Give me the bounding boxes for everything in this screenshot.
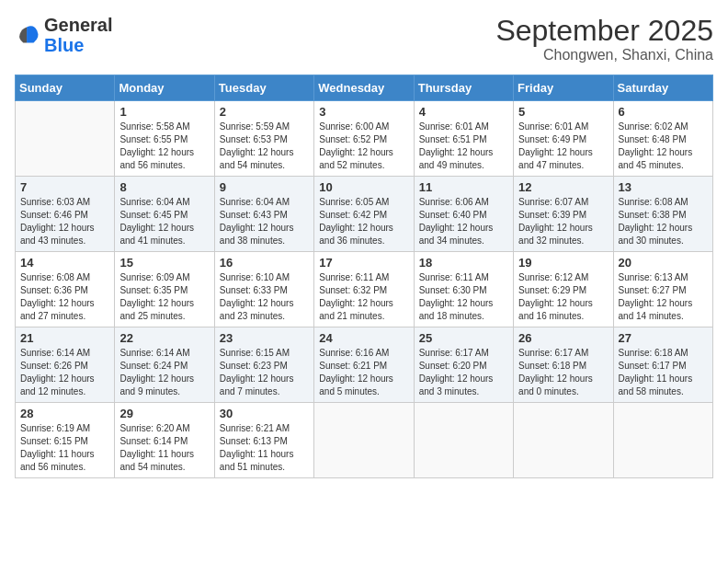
day-number: 24 — [319, 331, 408, 345]
calendar-cell: 12Sunrise: 6:07 AM Sunset: 6:39 PM Dayli… — [514, 177, 613, 252]
day-number: 23 — [220, 331, 309, 345]
calendar-cell: 22Sunrise: 6:14 AM Sunset: 6:24 PM Dayli… — [115, 327, 214, 403]
calendar-cell: 11Sunrise: 6:06 AM Sunset: 6:40 PM Dayli… — [414, 177, 513, 252]
day-number: 7 — [20, 180, 109, 194]
calendar-cell: 15Sunrise: 6:09 AM Sunset: 6:35 PM Dayli… — [115, 252, 214, 327]
day-info: Sunrise: 6:14 AM Sunset: 6:26 PM Dayligh… — [20, 347, 109, 398]
calendar-cell: 23Sunrise: 6:15 AM Sunset: 6:23 PM Dayli… — [214, 327, 313, 403]
day-info: Sunrise: 6:09 AM Sunset: 6:35 PM Dayligh… — [119, 271, 209, 323]
day-info: Sunrise: 6:19 AM Sunset: 6:15 PM Dayligh… — [20, 422, 109, 474]
day-number: 8 — [119, 180, 209, 194]
calendar-cell — [16, 101, 115, 177]
day-info: Sunrise: 6:13 AM Sunset: 6:27 PM Dayligh… — [619, 271, 708, 323]
calendar-cell: 24Sunrise: 6:16 AM Sunset: 6:21 PM Dayli… — [314, 327, 414, 403]
calendar-cell: 30Sunrise: 6:21 AM Sunset: 6:13 PM Dayli… — [214, 403, 313, 478]
calendar-cell: 17Sunrise: 6:11 AM Sunset: 6:32 PM Dayli… — [314, 252, 414, 327]
day-info: Sunrise: 6:04 AM Sunset: 6:45 PM Dayligh… — [119, 196, 209, 247]
location-subtitle: Chongwen, Shanxi, China — [495, 47, 713, 63]
logo-general-text: General — [44, 15, 112, 35]
day-number: 30 — [220, 407, 309, 420]
day-number: 28 — [20, 407, 109, 420]
day-info: Sunrise: 6:16 AM Sunset: 6:21 PM Dayligh… — [319, 347, 408, 398]
day-info: Sunrise: 6:01 AM Sunset: 6:49 PM Dayligh… — [518, 121, 608, 172]
logo-blue-text: Blue — [44, 35, 84, 55]
day-info: Sunrise: 6:12 AM Sunset: 6:29 PM Dayligh… — [518, 271, 608, 323]
calendar-cell: 6Sunrise: 6:02 AM Sunset: 6:48 PM Daylig… — [613, 101, 712, 177]
day-info: Sunrise: 6:01 AM Sunset: 6:51 PM Dayligh… — [419, 121, 508, 172]
calendar-cell: 5Sunrise: 6:01 AM Sunset: 6:49 PM Daylig… — [514, 101, 613, 177]
day-number: 14 — [20, 256, 109, 270]
weekday-header-saturday: Saturday — [613, 75, 712, 101]
calendar-week-row: 1Sunrise: 5:58 AM Sunset: 6:55 PM Daylig… — [16, 101, 713, 177]
calendar-table: SundayMondayTuesdayWednesdayThursdayFrid… — [15, 75, 713, 478]
weekday-header-thursday: Thursday — [414, 75, 513, 101]
weekday-header-tuesday: Tuesday — [214, 75, 313, 101]
calendar-cell: 21Sunrise: 6:14 AM Sunset: 6:26 PM Dayli… — [16, 327, 115, 403]
calendar-cell: 29Sunrise: 6:20 AM Sunset: 6:14 PM Dayli… — [115, 403, 214, 478]
page-header: General Blue September 2025 Chongwen, Sh… — [15, 15, 713, 63]
day-number: 22 — [119, 331, 209, 345]
day-info: Sunrise: 6:14 AM Sunset: 6:24 PM Dayligh… — [119, 347, 209, 398]
day-info: Sunrise: 6:05 AM Sunset: 6:42 PM Dayligh… — [319, 196, 408, 247]
day-info: Sunrise: 6:18 AM Sunset: 6:17 PM Dayligh… — [619, 347, 708, 398]
day-number: 10 — [319, 180, 408, 194]
calendar-cell: 9Sunrise: 6:04 AM Sunset: 6:43 PM Daylig… — [214, 177, 313, 252]
day-info: Sunrise: 5:59 AM Sunset: 6:53 PM Dayligh… — [220, 121, 309, 172]
day-number: 3 — [319, 105, 408, 119]
calendar-cell: 13Sunrise: 6:08 AM Sunset: 6:38 PM Dayli… — [613, 177, 712, 252]
logo: General Blue — [15, 15, 112, 55]
calendar-week-row: 28Sunrise: 6:19 AM Sunset: 6:15 PM Dayli… — [16, 403, 713, 478]
calendar-cell: 28Sunrise: 6:19 AM Sunset: 6:15 PM Dayli… — [16, 403, 115, 478]
day-number: 1 — [119, 105, 209, 119]
calendar-cell: 1Sunrise: 5:58 AM Sunset: 6:55 PM Daylig… — [115, 101, 214, 177]
day-info: Sunrise: 6:02 AM Sunset: 6:48 PM Dayligh… — [619, 121, 708, 172]
calendar-week-row: 14Sunrise: 6:08 AM Sunset: 6:36 PM Dayli… — [16, 252, 713, 327]
day-number: 18 — [419, 256, 508, 270]
day-info: Sunrise: 6:08 AM Sunset: 6:38 PM Dayligh… — [619, 196, 708, 247]
day-info: Sunrise: 6:15 AM Sunset: 6:23 PM Dayligh… — [220, 347, 309, 398]
calendar-cell: 26Sunrise: 6:17 AM Sunset: 6:18 PM Dayli… — [514, 327, 613, 403]
calendar-cell: 14Sunrise: 6:08 AM Sunset: 6:36 PM Dayli… — [16, 252, 115, 327]
day-number: 6 — [619, 105, 708, 119]
day-number: 11 — [419, 180, 508, 194]
day-info: Sunrise: 6:11 AM Sunset: 6:30 PM Dayligh… — [419, 271, 508, 323]
day-info: Sunrise: 6:17 AM Sunset: 6:20 PM Dayligh… — [419, 347, 508, 398]
calendar-week-row: 21Sunrise: 6:14 AM Sunset: 6:26 PM Dayli… — [16, 327, 713, 403]
calendar-cell: 7Sunrise: 6:03 AM Sunset: 6:46 PM Daylig… — [16, 177, 115, 252]
day-info: Sunrise: 6:00 AM Sunset: 6:52 PM Dayligh… — [319, 121, 408, 172]
title-area: September 2025 Chongwen, Shanxi, China — [495, 15, 713, 63]
day-number: 9 — [220, 180, 309, 194]
day-info: Sunrise: 6:08 AM Sunset: 6:36 PM Dayligh… — [20, 271, 109, 323]
day-number: 27 — [619, 331, 708, 345]
day-info: Sunrise: 6:20 AM Sunset: 6:14 PM Dayligh… — [119, 422, 209, 474]
calendar-cell: 20Sunrise: 6:13 AM Sunset: 6:27 PM Dayli… — [613, 252, 712, 327]
day-number: 25 — [419, 331, 508, 345]
day-number: 21 — [20, 331, 109, 345]
calendar-cell: 3Sunrise: 6:00 AM Sunset: 6:52 PM Daylig… — [314, 101, 414, 177]
day-number: 29 — [119, 407, 209, 420]
day-number: 5 — [518, 105, 608, 119]
day-number: 26 — [518, 331, 608, 345]
day-number: 16 — [220, 256, 309, 270]
weekday-header-row: SundayMondayTuesdayWednesdayThursdayFrid… — [16, 75, 713, 101]
day-number: 13 — [619, 180, 708, 194]
calendar-cell: 8Sunrise: 6:04 AM Sunset: 6:45 PM Daylig… — [115, 177, 214, 252]
weekday-header-friday: Friday — [514, 75, 613, 101]
calendar-cell: 10Sunrise: 6:05 AM Sunset: 6:42 PM Dayli… — [314, 177, 414, 252]
day-number: 12 — [518, 180, 608, 194]
day-number: 2 — [220, 105, 309, 119]
weekday-header-sunday: Sunday — [16, 75, 115, 101]
day-info: Sunrise: 6:11 AM Sunset: 6:32 PM Dayligh… — [319, 271, 408, 323]
calendar-week-row: 7Sunrise: 6:03 AM Sunset: 6:46 PM Daylig… — [16, 177, 713, 252]
day-info: Sunrise: 6:21 AM Sunset: 6:13 PM Dayligh… — [220, 422, 309, 474]
calendar-cell: 18Sunrise: 6:11 AM Sunset: 6:30 PM Dayli… — [414, 252, 513, 327]
logo-icon — [15, 22, 40, 48]
day-number: 20 — [619, 256, 708, 270]
day-info: Sunrise: 6:04 AM Sunset: 6:43 PM Dayligh… — [220, 196, 309, 247]
day-info: Sunrise: 6:10 AM Sunset: 6:33 PM Dayligh… — [220, 271, 309, 323]
calendar-cell — [314, 403, 414, 478]
month-title: September 2025 — [495, 15, 713, 47]
calendar-cell: 4Sunrise: 6:01 AM Sunset: 6:51 PM Daylig… — [414, 101, 513, 177]
day-number: 19 — [518, 256, 608, 270]
calendar-cell: 16Sunrise: 6:10 AM Sunset: 6:33 PM Dayli… — [214, 252, 313, 327]
